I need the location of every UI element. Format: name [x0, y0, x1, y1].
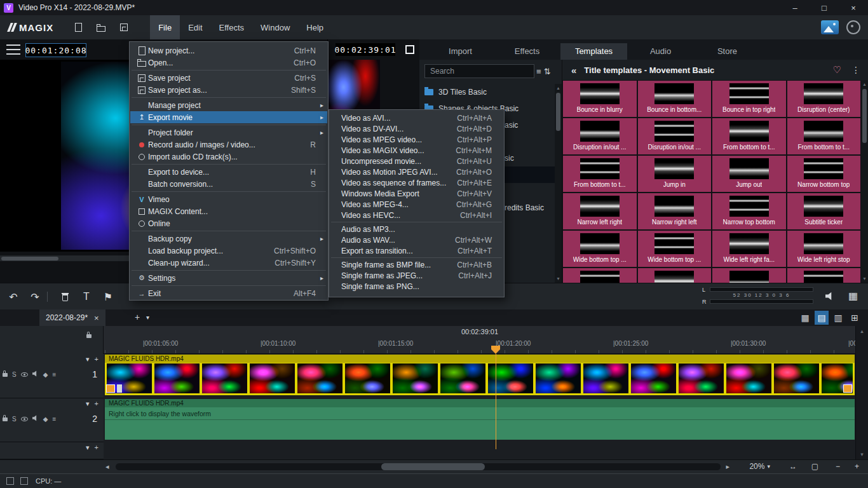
track-mute-icon[interactable]: [32, 415, 39, 423]
list-view-icon[interactable]: ≡: [534, 67, 543, 76]
zoom-in-icon[interactable]: +: [855, 462, 859, 471]
new-document-icon[interactable]: [70, 19, 86, 36]
scroll-down-icon[interactable]: ▾: [555, 276, 562, 281]
file-menu-item-batch-conversion[interactable]: Batch conversion...S: [130, 178, 327, 190]
list-view-icon[interactable]: ▥: [831, 311, 845, 325]
collapse-track-icon[interactable]: ▾: [86, 400, 90, 408]
template-item-disruption-in-out[interactable]: Disruption in/out ...: [638, 118, 712, 154]
file-menu-item-export-movie[interactable]: ↥Export movie▸: [130, 111, 327, 123]
template-item-narrow-top-bottom[interactable]: Narrow top bottom: [712, 193, 786, 229]
file-menu-item-project-folder[interactable]: Project folder▸: [130, 126, 327, 139]
tab-templates[interactable]: Templates: [560, 43, 627, 60]
scroll-thumb[interactable]: [862, 89, 867, 143]
file-menu-item-clean-up-wizard[interactable]: Clean-up wizard...Ctrl+Shift+Y: [130, 257, 327, 269]
template-item-subtitle-ticker[interactable]: Subtitle ticker: [787, 193, 861, 229]
detach-view-icon[interactable]: ⊞: [848, 311, 862, 325]
scroll-right-icon[interactable]: ▸: [726, 463, 729, 471]
clip-fade-handle[interactable]: [117, 384, 122, 393]
window-maximize-button[interactable]: □: [810, 0, 839, 15]
template-item-jump-out[interactable]: Jump out: [712, 156, 786, 192]
template-item-partial-20[interactable]: [563, 268, 637, 283]
track-curves-icon[interactable]: ≡: [52, 371, 56, 378]
timecode-display-right[interactable]: 00:02:39:01: [336, 43, 395, 56]
export-submenu-item-video-as-motion-jpeg-avi[interactable]: Video as Motion JPEG AVI...Ctrl+Alt+O: [330, 166, 503, 177]
template-item-from-bottom-to-t[interactable]: From bottom to t...: [712, 118, 786, 154]
file-menu-item-vimeo[interactable]: VVimeo: [130, 193, 327, 205]
template-item-narrow-left-right[interactable]: Narrow left right: [563, 193, 637, 229]
favorite-icon[interactable]: ♡: [833, 64, 841, 76]
video-clip[interactable]: MAGIC FLUIDS HDR.mp4: [105, 355, 855, 395]
timecode-display-left[interactable]: 00:01:20:08: [25, 43, 86, 57]
tab-import[interactable]: Import: [427, 43, 494, 60]
file-menu-item-record-audio-images-video[interactable]: Record audio / images / video...R: [130, 139, 327, 151]
tab-dropdown-icon[interactable]: ▾: [146, 314, 149, 321]
template-item-wide-left-right-fa[interactable]: Wide left right fa...: [712, 231, 786, 267]
file-menu-item-online[interactable]: Online: [130, 217, 327, 229]
tab-store[interactable]: Store: [694, 43, 761, 60]
marker-icon[interactable]: ⚑: [100, 288, 116, 305]
window-minimize-button[interactable]: –: [780, 0, 810, 15]
scroll-up-icon[interactable]: ▴: [856, 328, 868, 334]
export-submenu-item-uncompressed-movie[interactable]: Uncompressed movie...Ctrl+Alt+U: [330, 156, 503, 166]
track-solo-icon[interactable]: S: [12, 371, 17, 378]
export-submenu-item-video-as-hevc[interactable]: Video as HEVC...Ctrl+Alt+I: [330, 210, 503, 220]
delete-icon[interactable]: [57, 288, 73, 305]
hscroll-thumb[interactable]: [381, 463, 485, 470]
timeline-vscrollbar[interactable]: ▴ ▾: [855, 326, 868, 459]
export-submenu-item-single-frame-as-png[interactable]: Single frame as PNG...: [330, 281, 503, 292]
file-menu-item-save-project-as[interactable]: Save project as...Shift+S: [130, 84, 327, 96]
menu-file[interactable]: File: [150, 15, 180, 39]
track-header-3[interactable]: ▾ +: [0, 442, 104, 459]
file-menu-item-exit[interactable]: →ExitAlt+F4: [130, 287, 327, 299]
file-menu-item-export-to-device[interactable]: Export to device...H: [130, 166, 327, 178]
template-item-wide-bottom-top[interactable]: Wide bottom top ...: [563, 231, 637, 267]
template-item-from-bottom-to-t[interactable]: From bottom to t...: [787, 118, 861, 154]
window-close-button[interactable]: ×: [839, 0, 868, 15]
track-lock-icon[interactable]: [3, 370, 8, 378]
photos-button[interactable]: [821, 20, 839, 34]
add-track-icon[interactable]: +: [95, 400, 98, 408]
project-tab[interactable]: 2022-08-29* ×: [39, 309, 105, 326]
scroll-down-icon[interactable]: ▾: [861, 276, 868, 281]
template-item-partial-21[interactable]: [638, 268, 712, 283]
template-item-partial-22[interactable]: [712, 268, 786, 283]
track-visibility-icon[interactable]: [21, 416, 28, 423]
export-submenu-item-video-as-dv-avi[interactable]: Video as DV-AVI...Ctrl+Alt+D: [330, 123, 503, 134]
more-options-icon[interactable]: ⋮: [851, 65, 860, 75]
track-mute-icon[interactable]: [32, 370, 39, 378]
tab-effects[interactable]: Effects: [494, 43, 560, 60]
template-item-disruption-center[interactable]: Disruption (center): [787, 81, 861, 117]
zoom-fit-width-icon[interactable]: ↔: [789, 462, 797, 471]
category-item-3d-tiles-basic[interactable]: 3D Tiles Basic: [419, 84, 555, 100]
grid-view-icon[interactable]: ▦: [798, 311, 812, 325]
export-submenu-item-export-as-transition[interactable]: Export as transition...Ctrl+Alt+T: [330, 245, 503, 256]
detach-icon[interactable]: [405, 45, 414, 54]
search-input[interactable]: [424, 64, 534, 78]
status-icon[interactable]: [6, 477, 14, 485]
scroll-down-icon[interactable]: ▾: [856, 451, 868, 458]
export-submenu-item-video-as-mpeg-4[interactable]: Video as MPEG-4...Ctrl+Alt+G: [330, 199, 503, 210]
close-tab-icon[interactable]: ×: [94, 313, 99, 323]
template-item-narrow-right-left[interactable]: Narrow right left: [638, 193, 712, 229]
template-item-narrow-bottom-top[interactable]: Narrow bottom top: [787, 156, 861, 192]
template-item-from-bottom-to-t[interactable]: From bottom to t...: [563, 156, 637, 192]
back-icon[interactable]: «: [571, 65, 576, 76]
sort-icon[interactable]: ⇅: [543, 67, 552, 76]
file-menu-item-settings[interactable]: ⚙Settings▸: [130, 272, 327, 284]
export-submenu-item-single-frame-as-jpeg[interactable]: Single frame as JPEG...Ctrl+Alt+J: [330, 270, 503, 281]
undo-icon[interactable]: ↶: [5, 288, 22, 305]
track-keyframe-icon[interactable]: ◆: [43, 371, 48, 378]
mixer-icon[interactable]: ▦: [848, 290, 858, 302]
timeline-ruler[interactable]: 00:02:39:01 |00:01:05:00|00:01:10:00|00:…: [0, 326, 868, 354]
add-track-icon[interactable]: +: [95, 355, 98, 363]
monitor-menu-icon[interactable]: [6, 44, 20, 55]
file-menu-item-magix-content[interactable]: MAGIX Content...: [130, 205, 327, 217]
template-item-bounce-in-top-right[interactable]: Bounce in top right: [712, 81, 786, 117]
file-menu-item-load-backup-project[interactable]: Load backup project...Ctrl+Shift+O: [130, 245, 327, 257]
add-track-icon[interactable]: +: [95, 444, 98, 452]
export-submenu-item-audio-as-wav[interactable]: Audio as WAV...Ctrl+Alt+W: [330, 234, 503, 245]
clip-handle[interactable]: [843, 384, 852, 393]
add-tab-icon[interactable]: +: [135, 312, 140, 322]
audio-clip[interactable]: MAGIC FLUIDS HDR.mp4 Right click to disp…: [105, 399, 855, 440]
zoom-out-icon[interactable]: −: [836, 462, 840, 471]
